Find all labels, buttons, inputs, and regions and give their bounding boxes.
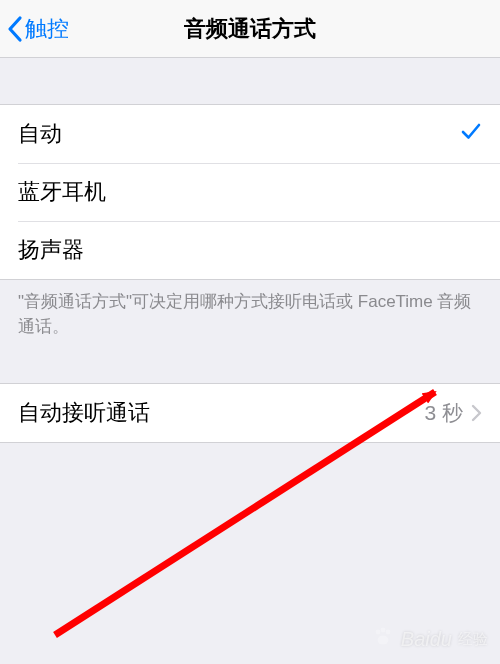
svg-point-4 [385,630,390,635]
option-label: 自动 [18,119,62,149]
chevron-right-icon [471,404,482,422]
section-footer-note: "音频通话方式"可决定用哪种方式接听电话或 FaceTime 音频通话。 [0,280,500,339]
option-bluetooth-headset[interactable]: 蓝牙耳机 [0,163,500,221]
watermark: Baidu 经验 [371,625,488,654]
navigation-bar: 触控 音频通话方式 [0,0,500,58]
svg-point-2 [375,630,380,635]
watermark-sub: 经验 [458,630,488,649]
svg-point-3 [380,628,385,633]
watermark-brand: Baidu [401,628,452,651]
audio-routing-options: 自动 蓝牙耳机 扬声器 [0,104,500,280]
spacer [0,58,500,104]
page-title: 音频通话方式 [184,14,316,44]
back-label: 触控 [25,14,69,44]
svg-point-5 [377,636,388,645]
option-speaker[interactable]: 扬声器 [0,221,500,279]
auto-answer-group: 自动接听通话 3 秒 [0,383,500,443]
paw-icon [371,625,395,654]
back-button[interactable]: 触控 [6,14,69,44]
row-value-container: 3 秒 [424,399,482,427]
auto-answer-calls-row[interactable]: 自动接听通话 3 秒 [0,384,500,442]
option-auto[interactable]: 自动 [0,105,500,163]
option-label: 扬声器 [18,235,84,265]
checkmark-icon [460,120,482,148]
chevron-left-icon [6,15,25,43]
spacer [0,339,500,383]
option-label: 蓝牙耳机 [18,177,106,207]
row-value: 3 秒 [424,399,463,427]
row-label: 自动接听通话 [18,398,150,428]
